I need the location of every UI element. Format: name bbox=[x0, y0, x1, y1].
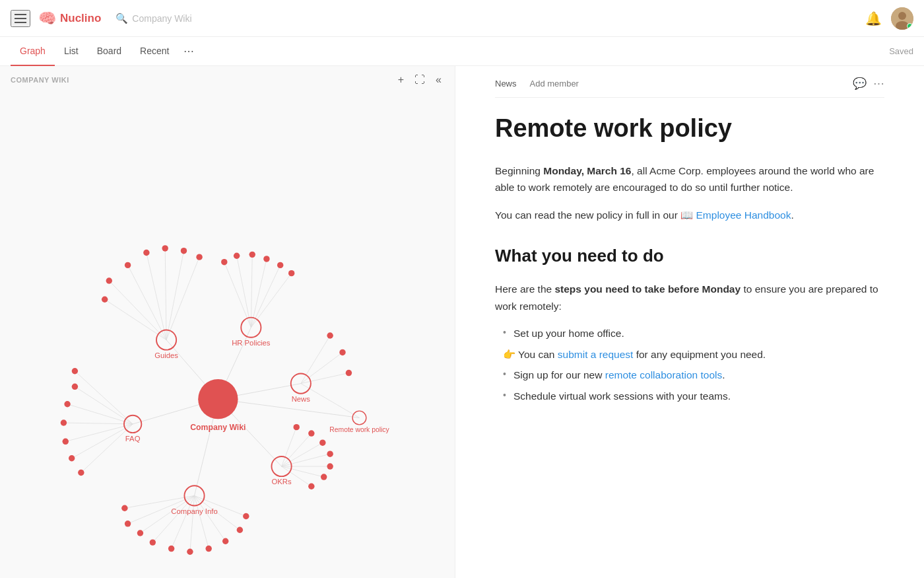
collapse-button[interactable]: « bbox=[433, 73, 444, 87]
svg-line-12 bbox=[165, 248, 166, 340]
collaboration-tools-link[interactable]: remote collaboration tools bbox=[605, 369, 723, 380]
svg-line-77 bbox=[67, 404, 133, 424]
graph-svg: Company Wiki Guides HR Policies News Rem… bbox=[0, 94, 455, 577]
avatar[interactable] bbox=[891, 7, 913, 30]
svg-point-22 bbox=[106, 277, 112, 283]
intro-paragraph: Beginning Monday, March 16, all Acme Cor… bbox=[495, 163, 884, 196]
online-indicator bbox=[907, 23, 913, 29]
svg-point-17 bbox=[125, 262, 131, 268]
svg-line-61 bbox=[195, 495, 226, 541]
right-panel: News Add member 💬 ⋯ Remote work policy B… bbox=[455, 66, 924, 578]
search-placeholder: Company Wiki bbox=[132, 13, 191, 24]
svg-point-89 bbox=[72, 368, 78, 374]
svg-line-76 bbox=[75, 386, 133, 424]
svg-line-60 bbox=[195, 495, 209, 548]
left-panel-header: COMPANY WIKI + ⛶ « bbox=[0, 66, 455, 94]
svg-point-72 bbox=[237, 527, 243, 533]
tab-board[interactable]: Board bbox=[88, 37, 131, 66]
svg-point-51 bbox=[327, 463, 333, 469]
svg-line-80 bbox=[72, 424, 133, 458]
svg-point-84 bbox=[64, 401, 70, 407]
navbar-right: 🔔 bbox=[865, 7, 913, 30]
svg-point-71 bbox=[222, 538, 228, 544]
add-member-button[interactable]: Add member bbox=[530, 79, 579, 89]
svg-point-31 bbox=[234, 253, 240, 259]
svg-line-15 bbox=[109, 281, 166, 340]
saved-label: Saved bbox=[889, 46, 913, 56]
svg-point-91 bbox=[198, 379, 238, 419]
doc-header-right: 💬 ⋯ bbox=[853, 77, 884, 90]
section2-bold: steps you need to take before Monday bbox=[554, 283, 741, 295]
svg-point-49 bbox=[308, 484, 314, 489]
search-icon: 🔍 bbox=[116, 13, 128, 24]
svg-line-26 bbox=[251, 254, 252, 327]
handbook-link[interactable]: Employee Handbook bbox=[696, 209, 791, 221]
breadcrumb[interactable]: News bbox=[495, 79, 517, 89]
tab-list[interactable]: List bbox=[55, 37, 88, 66]
svg-point-88 bbox=[78, 470, 84, 476]
svg-line-82 bbox=[75, 371, 133, 424]
svg-line-13 bbox=[166, 251, 183, 340]
svg-point-87 bbox=[69, 455, 75, 461]
svg-point-70 bbox=[205, 546, 211, 552]
svg-line-25 bbox=[237, 256, 251, 327]
document-title: Remote work policy bbox=[495, 114, 884, 144]
section2-title: What you need to do bbox=[495, 242, 884, 270]
tab-recent[interactable]: Recent bbox=[131, 37, 178, 66]
left-panel-actions: + ⛶ « bbox=[395, 73, 444, 87]
logo-text: Nuclino bbox=[60, 12, 101, 25]
svg-point-20 bbox=[181, 248, 187, 254]
svg-point-66 bbox=[137, 530, 143, 536]
svg-point-30 bbox=[221, 259, 227, 265]
menu-button[interactable] bbox=[11, 10, 30, 27]
svg-point-1 bbox=[898, 12, 906, 20]
doc-header: News Add member 💬 ⋯ bbox=[495, 66, 884, 98]
svg-line-6 bbox=[218, 399, 359, 417]
svg-point-40 bbox=[339, 349, 345, 355]
svg-point-52 bbox=[327, 451, 333, 456]
svg-point-67 bbox=[150, 539, 156, 545]
svg-text:Remote work policy: Remote work policy bbox=[329, 426, 389, 433]
submit-request-link[interactable]: submit a request bbox=[558, 349, 634, 360]
svg-point-85 bbox=[61, 419, 67, 425]
svg-point-23 bbox=[102, 297, 108, 303]
main-layout: COMPANY WIKI + ⛶ « bbox=[0, 66, 924, 578]
search-area[interactable]: 🔍 Company Wiki bbox=[109, 9, 373, 28]
document-body: Beginning Monday, March 16, all Acme Cor… bbox=[495, 163, 884, 405]
add-item-button[interactable]: + bbox=[395, 73, 407, 87]
svg-point-18 bbox=[143, 250, 149, 256]
svg-line-10 bbox=[128, 265, 166, 340]
svg-line-43 bbox=[282, 466, 324, 477]
svg-point-33 bbox=[263, 256, 269, 262]
list-item: Set up your home office. bbox=[503, 325, 884, 342]
logo-area: 🧠 Nuclino bbox=[38, 10, 101, 27]
handbook-emoji: 📖 bbox=[680, 209, 693, 221]
tab-graph[interactable]: Graph bbox=[11, 37, 55, 66]
navbar: 🧠 Nuclino 🔍 Company Wiki 🔔 bbox=[0, 0, 924, 37]
svg-point-74 bbox=[125, 521, 131, 526]
checklist: Set up your home office. 👉 You can submi… bbox=[495, 325, 884, 404]
svg-text:Company Wiki: Company Wiki bbox=[190, 423, 246, 432]
svg-point-35 bbox=[288, 270, 294, 276]
expand-button[interactable]: ⛶ bbox=[412, 73, 428, 87]
svg-point-69 bbox=[187, 549, 193, 555]
left-panel: COMPANY WIKI + ⛶ « bbox=[0, 66, 455, 578]
more-tabs-button[interactable]: ⋯ bbox=[178, 45, 199, 57]
handbook-pre: You can read the new policy in full in o… bbox=[495, 209, 678, 221]
svg-point-39 bbox=[327, 332, 333, 338]
more-options-button[interactable]: ⋯ bbox=[873, 77, 884, 90]
svg-text:FAQ: FAQ bbox=[125, 435, 141, 443]
svg-point-41 bbox=[346, 370, 352, 376]
notification-icon[interactable]: 🔔 bbox=[865, 11, 882, 26]
brain-icon: 🧠 bbox=[38, 10, 56, 27]
handbook-paragraph: You can read the new policy in full in o… bbox=[495, 207, 884, 224]
svg-line-81 bbox=[81, 424, 133, 473]
section2-intro: Here are the steps you need to take befo… bbox=[495, 281, 884, 314]
svg-line-14 bbox=[166, 257, 199, 340]
svg-line-65 bbox=[125, 495, 195, 508]
section-label: COMPANY WIKI bbox=[11, 76, 69, 84]
svg-point-53 bbox=[319, 439, 325, 445]
svg-point-19 bbox=[162, 245, 168, 251]
svg-point-21 bbox=[196, 254, 202, 260]
comments-button[interactable]: 💬 bbox=[853, 77, 867, 90]
